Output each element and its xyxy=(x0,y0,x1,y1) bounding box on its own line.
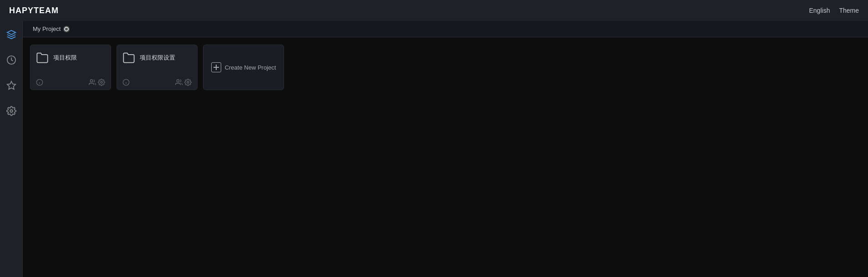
card-bottom-2 xyxy=(122,79,192,86)
content-area: My Project 项目权限 xyxy=(23,21,868,277)
sidebar-item-settings[interactable] xyxy=(5,105,18,117)
svg-point-14 xyxy=(187,81,189,83)
sidebar-item-favorites[interactable] xyxy=(5,79,18,92)
sidebar-item-history[interactable] xyxy=(5,54,18,66)
tabs-bar: My Project xyxy=(23,21,868,37)
plus-icon xyxy=(211,62,221,72)
sidebar xyxy=(0,21,23,277)
settings-icon-card2[interactable] xyxy=(184,79,192,86)
project-title-1: 项目权限 xyxy=(53,54,77,62)
language-selector[interactable]: English xyxy=(809,7,830,14)
card-actions-2 xyxy=(175,79,192,86)
card-top: 项目权限 xyxy=(36,51,105,64)
tab-label: My Project xyxy=(33,25,61,32)
star-icon xyxy=(6,81,16,91)
project-card-1[interactable]: 项目权限 xyxy=(30,45,111,90)
sidebar-item-layers[interactable] xyxy=(5,28,18,41)
svg-point-8 xyxy=(90,80,92,82)
project-title-2: 项目权限设置 xyxy=(140,54,175,62)
svg-point-9 xyxy=(101,81,102,83)
svg-point-13 xyxy=(177,80,179,82)
folder-icon xyxy=(36,51,49,64)
app-header: HAPYTEAM English Theme xyxy=(0,0,868,21)
clock-icon xyxy=(6,55,16,65)
info-icon-2[interactable] xyxy=(122,79,130,86)
info-icon[interactable] xyxy=(36,79,43,86)
main-layout: My Project 项目权限 xyxy=(0,21,868,277)
create-new-label: Create New Project xyxy=(225,64,276,71)
svg-point-3 xyxy=(10,110,13,112)
settings-icon-card1[interactable] xyxy=(98,79,105,86)
layers-icon xyxy=(6,30,16,40)
svg-marker-2 xyxy=(7,81,15,89)
app-logo: HAPYTEAM xyxy=(9,6,59,15)
create-new-project-card[interactable]: Create New Project xyxy=(203,45,284,90)
project-card-2[interactable]: 项目权限设置 xyxy=(117,45,198,90)
gear-icon xyxy=(6,106,16,116)
svg-marker-0 xyxy=(7,30,15,35)
card-top-2: 项目权限设置 xyxy=(122,51,192,64)
card-actions-1 xyxy=(89,79,105,86)
header-right: English Theme xyxy=(809,7,859,14)
tab-badge xyxy=(63,26,70,32)
members-icon-2[interactable] xyxy=(175,79,183,86)
svg-point-4 xyxy=(65,27,68,31)
theme-selector[interactable]: Theme xyxy=(839,7,859,14)
tab-my-project[interactable]: My Project xyxy=(28,24,74,34)
folder-icon-2 xyxy=(122,51,135,64)
members-icon[interactable] xyxy=(89,79,96,86)
card-bottom-1 xyxy=(36,79,105,86)
projects-grid: 项目权限 xyxy=(23,37,868,97)
